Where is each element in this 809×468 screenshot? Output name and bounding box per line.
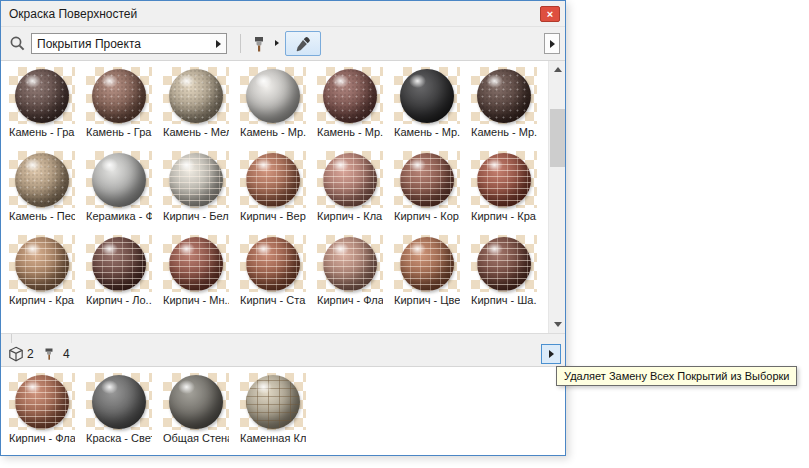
material-item[interactable]: Кирпич - Бел...: [163, 151, 229, 223]
material-item[interactable]: Кирпич - Кра...: [471, 151, 537, 223]
material-item[interactable]: Кирпич - Кра...: [9, 235, 75, 307]
scroll-down-button[interactable]: [549, 316, 566, 333]
material-item[interactable]: Кирпич - Кла...: [317, 151, 383, 223]
paint-brush-icon: [251, 35, 269, 53]
material-item[interactable]: Керамика - Ф...: [86, 151, 152, 223]
material-label: Камень - Мр...: [240, 126, 306, 139]
painted-surfaces-icon: [43, 347, 58, 362]
material-sphere: [323, 69, 377, 123]
paint-tool-flyout-arrow-icon[interactable]: [275, 40, 279, 46]
material-sphere: [15, 375, 69, 429]
material-preview: [9, 151, 75, 208]
scroll-up-button[interactable]: [549, 61, 566, 78]
selection-grid: Кирпич - Фла... Краска - Свет... Общая С…: [1, 367, 565, 455]
panel-splitter[interactable]: [1, 333, 565, 343]
material-item[interactable]: Камень - Мел...: [163, 67, 229, 139]
combo-flyout-button[interactable]: [210, 33, 227, 54]
material-preview: [240, 235, 306, 292]
toolbar-flyout-arrow-icon: [550, 40, 555, 48]
close-button[interactable]: ×: [540, 6, 560, 22]
material-preview: [394, 151, 460, 208]
material-label: Кирпич - Кра...: [9, 294, 75, 307]
material-label: Кирпич - Бел...: [163, 210, 229, 223]
material-sphere: [15, 153, 69, 207]
material-label: Камень - Мр...: [394, 126, 460, 139]
material-sphere: [477, 153, 531, 207]
material-sphere: [92, 153, 146, 207]
material-label: Камень - Мел...: [163, 126, 229, 139]
material-item[interactable]: Камень - Гра...: [9, 67, 75, 139]
material-sphere: [477, 237, 531, 291]
material-sphere: [400, 237, 454, 291]
toolbar: Покрытия Проекта: [1, 27, 565, 60]
selection-surfaces-list: Кирпич - Фла... Краска - Свет... Общая С…: [1, 366, 565, 455]
material-item[interactable]: Кирпич - Ло...: [86, 235, 152, 307]
toolbar-separator: [240, 34, 241, 53]
material-sphere: [15, 69, 69, 123]
eyedropper-button[interactable]: [285, 31, 321, 56]
material-preview: [9, 67, 75, 124]
window-title: Окраска Поверхностей: [9, 7, 137, 21]
material-sphere: [246, 375, 300, 429]
material-sphere: [169, 375, 223, 429]
material-item[interactable]: Кирпич - Фла...: [9, 373, 75, 445]
scrollbar-thumb[interactable]: [550, 109, 565, 167]
material-sphere: [92, 237, 146, 291]
material-preview: [240, 67, 306, 124]
paint-tool-button[interactable]: [246, 31, 273, 56]
material-sphere: [169, 69, 223, 123]
material-item[interactable]: Кирпич - Фла...: [317, 235, 383, 307]
material-preview: [163, 151, 229, 208]
material-item[interactable]: Краска - Свет...: [86, 373, 152, 445]
material-label: Кирпич - Фла...: [317, 294, 383, 307]
material-item[interactable]: Камень - Мр...: [317, 67, 383, 139]
material-label: Камень - Гра...: [9, 126, 75, 139]
desktop: Окраска Поверхностей × Покрытия Проекта: [0, 0, 809, 468]
material-sphere: [169, 153, 223, 207]
material-item[interactable]: Кирпич - Вер...: [240, 151, 306, 223]
material-label: Краска - Свет...: [86, 432, 152, 445]
painted-surfaces-count: 4: [63, 347, 70, 361]
material-item[interactable]: Кирпич - Мн...: [163, 235, 229, 307]
material-preview: [240, 151, 306, 208]
material-sphere: [169, 237, 223, 291]
material-label: Кирпич - Ша...: [471, 294, 537, 307]
toolbar-flyout-button[interactable]: [544, 33, 560, 54]
vertical-scrollbar[interactable]: [548, 61, 565, 333]
tooltip: Удаляет Замену Всех Покрытий из Выборки: [556, 366, 797, 386]
material-label: Кирпич - Ста...: [240, 294, 306, 307]
search-icon: [9, 35, 26, 52]
scroll-down-arrow-icon: [554, 322, 562, 327]
surface-source-combo[interactable]: Покрытия Проекта: [31, 33, 211, 54]
material-item[interactable]: Кирпич - Ша...: [471, 235, 537, 307]
selected-elements-count: 2: [27, 347, 34, 361]
material-item[interactable]: Камень - Пес...: [9, 151, 75, 223]
surface-source-combo-value: Покрытия Проекта: [37, 37, 141, 51]
material-item[interactable]: Кирпич - Цве...: [394, 235, 460, 307]
material-label: Кирпич - Кор...: [394, 210, 460, 223]
splitter-handle[interactable]: [1, 334, 12, 343]
material-item[interactable]: Кирпич - Ста...: [240, 235, 306, 307]
material-preview: [86, 373, 152, 430]
main-grid: Камень - Гра... Камень - Гра... Камень -…: [1, 61, 548, 333]
material-item[interactable]: Камень - Гра...: [86, 67, 152, 139]
title-bar[interactable]: Окраска Поверхностей ×: [1, 1, 565, 27]
material-sphere: [323, 153, 377, 207]
material-label: Камень - Гра...: [86, 126, 152, 139]
material-item[interactable]: Камень - Мр...: [394, 67, 460, 139]
selection-status-bar: 2 4: [1, 343, 565, 366]
material-label: Кирпич - Мн...: [163, 294, 229, 307]
surface-catalog-list: Камень - Гра... Камень - Гра... Камень -…: [1, 60, 565, 333]
material-preview: [86, 151, 152, 208]
surface-painting-dialog: Окраска Поверхностей × Покрытия Проекта: [0, 0, 566, 456]
material-item[interactable]: Кирпич - Кор...: [394, 151, 460, 223]
material-item[interactable]: Каменная Кл...: [240, 373, 306, 445]
material-item[interactable]: Камень - Мр...: [471, 67, 537, 139]
material-item[interactable]: Общая Стена...: [163, 373, 229, 445]
remove-overrides-button[interactable]: [541, 344, 561, 364]
material-preview: [394, 67, 460, 124]
material-label: Камень - Мр...: [471, 126, 537, 139]
material-item[interactable]: Камень - Мр...: [240, 67, 306, 139]
material-sphere: [246, 69, 300, 123]
remove-overrides-arrow-icon: [549, 350, 554, 358]
